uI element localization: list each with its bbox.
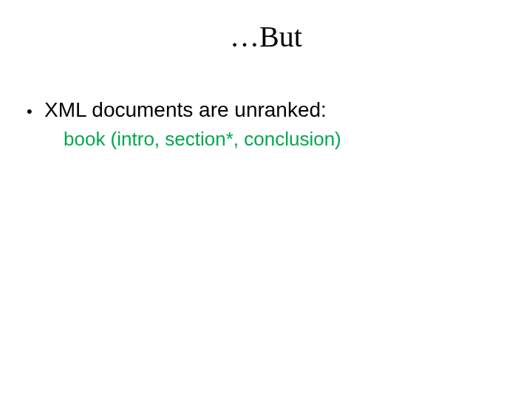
slide: …But • XML documents are unranked: book … [0,0,532,399]
slide-body: • XML documents are unranked: book (intr… [21,98,511,151]
sub-bullet-text: book (intro, section*, conclusion) [27,128,511,151]
bullet-text: XML documents are unranked: [44,98,327,122]
slide-title: …But [21,19,511,54]
bullet-icon: • [27,101,44,122]
bullet-item: • XML documents are unranked: [27,98,511,122]
